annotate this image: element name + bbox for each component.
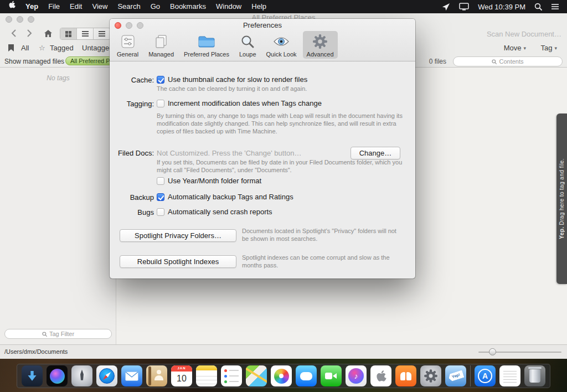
menu-go[interactable]: Go — [146, 0, 165, 13]
home-button[interactable] — [41, 28, 55, 39]
ibooks-dock-icon[interactable] — [395, 365, 416, 386]
contacts-dock-icon[interactable] — [146, 365, 167, 386]
safari-dock-icon[interactable] — [96, 365, 117, 386]
trash-dock-icon[interactable] — [524, 365, 545, 386]
filter-all[interactable]: All — [21, 44, 29, 52]
column-view-button[interactable] — [94, 28, 110, 39]
tab-managed[interactable]: Managed — [145, 31, 178, 59]
system-preferences-dock-icon[interactable] — [420, 365, 441, 386]
tagging-help-text: By turning this on, any change to tags m… — [157, 112, 405, 135]
calendar-day: 10 — [171, 372, 192, 386]
tab-loupe[interactable]: Loupe — [235, 31, 260, 59]
menu-bookmarks[interactable]: Bookmarks — [165, 0, 211, 13]
increment-dates-label: Increment modification dates when Tags c… — [168, 99, 322, 107]
display-icon[interactable] — [459, 3, 469, 11]
tab-preferred-places[interactable]: Preferred Places — [180, 31, 233, 59]
dock-separator — [470, 365, 471, 386]
current-path: /Users/dmx/Documents — [4, 348, 68, 355]
siri-dock-icon[interactable] — [47, 365, 68, 386]
preferences-title: Preferences — [110, 21, 415, 29]
yep-dock-icon[interactable]: Yep! — [445, 365, 466, 386]
tag-filter-field[interactable]: Tag Filter — [4, 329, 112, 339]
tab-quick-look[interactable]: Quick Look — [262, 31, 301, 59]
mail-dock-icon[interactable] — [121, 365, 142, 386]
column-view-icon — [99, 31, 105, 37]
tab-general[interactable]: General — [113, 31, 142, 59]
back-button[interactable] — [7, 28, 21, 39]
tab-advanced[interactable]: Advanced — [303, 31, 338, 59]
filed-docs-help-text: If you set this, Documents can be filed … — [157, 158, 407, 174]
drag-to-tag-strip[interactable]: Yep. Drag here to tag and file. — [556, 114, 567, 284]
launchpad-dock-icon[interactable] — [71, 365, 92, 386]
notification-center-icon[interactable] — [551, 3, 559, 10]
yep-dock-icon-label: Yep! — [447, 370, 464, 382]
messages-dock-icon[interactable] — [296, 365, 317, 386]
drag-strip-text: Yep. Drag here to tag and file. — [559, 158, 565, 239]
facetime-dock-icon[interactable] — [321, 365, 342, 386]
itunes-dock-icon[interactable] — [346, 365, 367, 386]
apple-app-dock-icon[interactable] — [370, 365, 391, 386]
spotlight-privacy-folders-button[interactable]: Spotlight Privacy Folders… — [120, 229, 236, 242]
contents-search-field[interactable]: Contents — [453, 56, 563, 66]
filed-docs-label: Filed Docs: — [110, 149, 154, 157]
calendar-month: JAN — [171, 365, 192, 372]
folder-icon — [198, 33, 215, 50]
rebuild-spotlight-indexes-button[interactable]: Rebuild Spotlight Indexes — [120, 255, 236, 268]
screen: Yep File Edit View Search Go Bookmarks W… — [0, 0, 567, 392]
crash-reports-checkbox[interactable] — [157, 208, 164, 216]
grid-view-icon — [65, 31, 71, 37]
cache-checkbox-row: Use thumbnail cache for slow to render f… — [157, 75, 307, 84]
calendar-dock-icon[interactable]: JAN 10 — [171, 365, 192, 386]
star-icon[interactable]: ☆ — [39, 44, 45, 52]
notes-dock-icon[interactable] — [196, 365, 217, 386]
reminders-dock-icon[interactable] — [221, 365, 242, 386]
menu-search[interactable]: Search — [112, 0, 145, 13]
tag-dropdown[interactable]: Tag▾ — [541, 44, 558, 52]
gear-icon — [312, 33, 328, 50]
cache-label: Cache: — [110, 76, 154, 84]
status-bar: /Users/dmx/Documents — [0, 344, 567, 359]
zoom-button[interactable] — [28, 16, 34, 23]
loupe-icon — [240, 33, 255, 50]
app-store-dock-icon[interactable] — [475, 365, 496, 386]
bookmark-flag-icon[interactable] — [8, 44, 14, 52]
zoom-slider[interactable] — [478, 352, 561, 353]
scan-new-document-button[interactable]: Scan New Document… — [487, 30, 561, 38]
menu-view[interactable]: View — [87, 0, 112, 13]
menu-window[interactable]: Window — [211, 0, 246, 13]
backup-tags-checkbox[interactable] — [157, 193, 164, 201]
menu-edit[interactable]: Edit — [65, 0, 87, 13]
zoom-slider-knob[interactable] — [489, 348, 496, 355]
menu-bar: Yep File Edit View Search Go Bookmarks W… — [0, 0, 567, 13]
search-placeholder: Contents — [499, 58, 523, 65]
thumbnail-cache-checkbox[interactable] — [157, 76, 164, 84]
menu-clock[interactable]: Wed 10:39 PM — [478, 3, 525, 11]
year-month-format-label: Use Year/Month folder format — [168, 177, 261, 185]
menu-file[interactable]: File — [43, 0, 65, 13]
menu-app-name[interactable]: Yep — [20, 0, 43, 13]
filter-untagged[interactable]: Untagged — [82, 44, 113, 52]
grid-view-button[interactable] — [60, 28, 77, 39]
forward-button[interactable] — [22, 28, 37, 39]
spotlight-search-icon[interactable] — [534, 3, 542, 11]
photos-dock-icon[interactable] — [271, 365, 292, 386]
menu-help[interactable]: Help — [246, 0, 271, 13]
increment-dates-checkbox[interactable] — [157, 100, 164, 107]
filter-tagged[interactable]: Tagged — [50, 44, 74, 52]
maps-dock-icon[interactable] — [246, 365, 267, 386]
list-view-button[interactable] — [77, 28, 94, 39]
backup-label: Backup — [110, 193, 154, 202]
tab-general-label: General — [117, 51, 138, 58]
change-button[interactable]: Change… — [350, 147, 400, 159]
minimize-button[interactable] — [17, 16, 23, 23]
bugs-checkbox-row: Automatically send crash reports — [157, 208, 272, 216]
textedit-dock-icon[interactable] — [499, 365, 520, 386]
close-button[interactable] — [6, 16, 12, 23]
location-arrow-icon[interactable] — [442, 3, 450, 11]
downloads-dock-icon[interactable] — [22, 365, 43, 386]
apple-menu[interactable] — [3, 0, 20, 13]
move-dropdown[interactable]: Move▾ — [504, 44, 526, 52]
tags-sidebar: No tags Tag Filter — [0, 68, 116, 344]
tab-quick-look-label: Quick Look — [266, 51, 297, 58]
year-month-format-checkbox[interactable] — [157, 177, 164, 185]
